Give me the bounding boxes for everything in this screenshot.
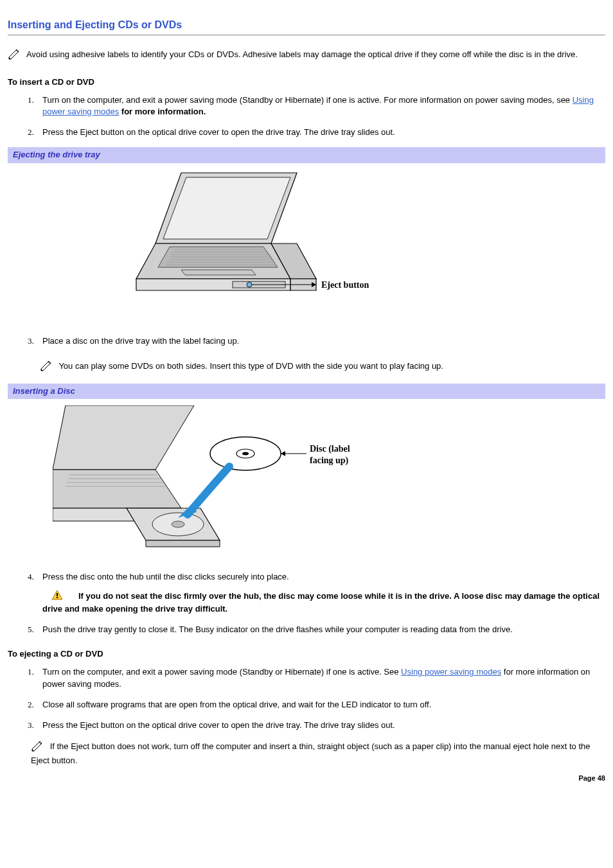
svg-point-16 <box>247 282 252 287</box>
intro-note-text: Avoid using adhesive labels to identify … <box>26 49 578 59</box>
page-title: Inserting and Ejecting CDs or DVDs <box>8 18 605 32</box>
figure2-label-line2: facing up) <box>310 456 349 466</box>
figure2: Disc (label facing up) <box>8 399 605 566</box>
svg-marker-27 <box>146 540 220 547</box>
insert-step1-post: for more information. <box>119 107 206 116</box>
insert-steps-list-cont: Place a disc on the drive tray with the … <box>8 335 605 375</box>
insert-step-3: Place a disc on the drive tray with the … <box>36 335 605 375</box>
warning-text: If you do not seat the disc firmly over … <box>42 591 600 614</box>
pencil-note-icon <box>8 48 22 63</box>
eject-step1-pre: Turn on the computer, and exit a power s… <box>42 667 401 677</box>
svg-point-32 <box>242 452 249 456</box>
insert-step-5: Push the drive tray gently to close it. … <box>36 624 605 635</box>
figure1: Eject button <box>8 163 605 330</box>
warning-icon <box>51 590 63 603</box>
figure1-caption: Ejecting the drive tray <box>8 147 605 163</box>
insert-heading: To insert a CD or DVD <box>8 76 605 88</box>
insert-step-2: Press the Eject button on the optical dr… <box>36 127 605 138</box>
pencil-note-icon <box>40 360 54 375</box>
eject-note-text: If the Eject button does not work, turn … <box>31 741 591 765</box>
svg-marker-19 <box>53 405 194 470</box>
svg-marker-35 <box>281 451 285 456</box>
insert-steps-list-cont2: Press the disc onto the hub until the di… <box>8 571 605 635</box>
svg-rect-38 <box>57 597 58 598</box>
insert-step4-text: Press the disc onto the hub until the di… <box>42 572 289 581</box>
eject-step-1: Turn on the computer, and exit a power s… <box>36 666 605 689</box>
eject-step-3: Press the Eject button on the optical dr… <box>36 720 605 731</box>
intro-note: Avoid using adhesive labels to identify … <box>8 48 605 63</box>
figure1-label: Eject button <box>321 280 369 290</box>
svg-marker-11 <box>181 270 256 275</box>
figure2-label-line1: Disc (label <box>310 444 350 454</box>
eject-note: If the Eject button does not work, turn … <box>31 740 605 766</box>
eject-steps-list: Turn on the computer, and exit a power s… <box>8 666 605 731</box>
link-power-saving-modes-2[interactable]: Using power saving modes <box>401 667 501 677</box>
figure2-caption: Inserting a Disc <box>8 384 605 399</box>
insert-step1-pre: Turn on the computer, and exit a power s… <box>42 95 573 105</box>
eject-heading: To ejecting a CD or DVD <box>8 648 605 660</box>
insert-step3-note-text: You can play some DVDs on both sides. In… <box>58 361 443 371</box>
insert-steps-list: Turn on the computer, and exit a power s… <box>8 94 605 139</box>
eject-step-2: Close all software programs that are ope… <box>36 699 605 711</box>
pencil-note-icon <box>31 740 45 755</box>
insert-step-4: Press the disc onto the hub until the di… <box>36 571 605 615</box>
insert-step-1: Turn on the computer, and exit a power s… <box>36 94 605 118</box>
warning-block: If you do not seat the disc firmly over … <box>42 590 605 615</box>
svg-marker-20 <box>53 470 181 508</box>
title-divider <box>8 35 605 35</box>
insert-step3-note: You can play some DVDs on both sides. In… <box>40 360 605 375</box>
svg-point-29 <box>172 521 184 527</box>
page-number: Page 48 <box>8 774 605 783</box>
insert-step3-text: Place a disc on the drive tray with the … <box>42 336 239 346</box>
svg-rect-37 <box>57 593 58 596</box>
